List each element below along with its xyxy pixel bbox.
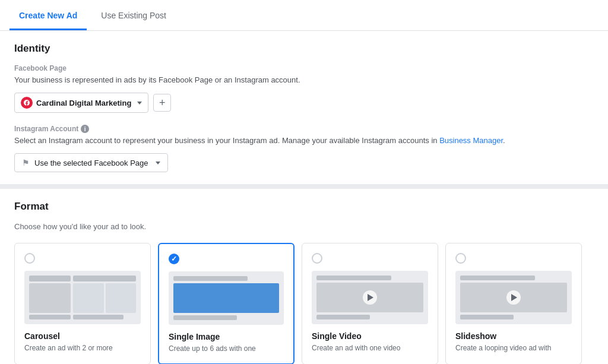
- slideshow-desc: Create a looping video ad with: [455, 343, 572, 353]
- carousel-radio: [24, 253, 35, 264]
- facebook-page-dropdown[interactable]: Cardinal Digital Marketing: [14, 93, 148, 113]
- slideshow-play-icon: [506, 290, 521, 305]
- instagram-account-description: Select an Instagram account to represent…: [14, 135, 594, 146]
- carousel-desc: Create an ad with 2 or more: [24, 343, 141, 353]
- page-container: Create New Ad Use Existing Post Identity…: [0, 0, 608, 364]
- single-image-title: Single Image: [169, 332, 284, 341]
- single-image-radio: [169, 254, 179, 264]
- format-card-single-image[interactable]: Single Image Create up to 6 ads with one: [158, 243, 294, 364]
- tabs-bar: Create New Ad Use Existing Post: [0, 0, 608, 31]
- facebook-page-description: Your business is represented in ads by i…: [14, 75, 594, 86]
- format-subtitle: Choose how you'd like your ad to look.: [14, 222, 594, 231]
- single-video-radio: [312, 253, 322, 264]
- instagram-account-label: Instagram Account i: [14, 125, 594, 133]
- carousel-preview: [24, 271, 141, 324]
- facebook-page-chevron-icon: [137, 102, 142, 105]
- instagram-info-icon[interactable]: i: [81, 125, 89, 133]
- slideshow-radio: [455, 253, 466, 264]
- format-card-single-video[interactable]: Single Video Create an ad with one video: [302, 243, 438, 364]
- facebook-page-logo: [23, 99, 30, 106]
- slideshow-preview: [455, 271, 572, 324]
- instagram-account-field: Instagram Account i Select an Instagram …: [14, 125, 594, 172]
- facebook-page-field: Facebook Page Your business is represent…: [14, 64, 594, 113]
- facebook-page-label: Facebook Page: [14, 64, 594, 72]
- instagram-page-label: Use the selected Facebook Page: [34, 159, 148, 167]
- instagram-page-dropdown[interactable]: ⚑ Use the selected Facebook Page: [14, 153, 168, 172]
- single-image-preview: [169, 271, 284, 325]
- identity-section: Identity Facebook Page Your business is …: [0, 31, 608, 189]
- business-manager-link[interactable]: Business Manager: [439, 136, 503, 145]
- single-video-desc: Create an ad with one video: [312, 343, 428, 353]
- identity-title: Identity: [14, 43, 594, 55]
- add-page-button[interactable]: +: [153, 94, 171, 112]
- tab-use-existing-post[interactable]: Use Existing Post: [91, 0, 176, 30]
- format-card-carousel[interactable]: Carousel Create an ad with 2 or more: [14, 243, 151, 364]
- flag-icon: ⚑: [22, 158, 30, 167]
- format-section: Format Choose how you'd like your ad to …: [0, 189, 608, 364]
- carousel-title: Carousel: [24, 331, 141, 341]
- facebook-page-name: Cardinal Digital Marketing: [36, 99, 131, 107]
- single-video-title: Single Video: [312, 331, 428, 341]
- format-cards: Carousel Create an ad with 2 or more Sin…: [14, 243, 594, 364]
- single-video-preview: [312, 271, 428, 324]
- instagram-dropdown-chevron-icon: [156, 162, 160, 164]
- video-play-icon: [363, 290, 377, 305]
- format-title: Format: [14, 201, 594, 213]
- tab-create-new-ad[interactable]: Create New Ad: [10, 0, 87, 30]
- facebook-page-icon: [21, 97, 33, 109]
- facebook-page-row: Cardinal Digital Marketing +: [14, 93, 594, 113]
- single-image-desc: Create up to 6 ads with one: [169, 344, 284, 354]
- format-card-slideshow[interactable]: Slideshow Create a looping video ad with: [445, 243, 582, 364]
- slideshow-title: Slideshow: [455, 331, 572, 341]
